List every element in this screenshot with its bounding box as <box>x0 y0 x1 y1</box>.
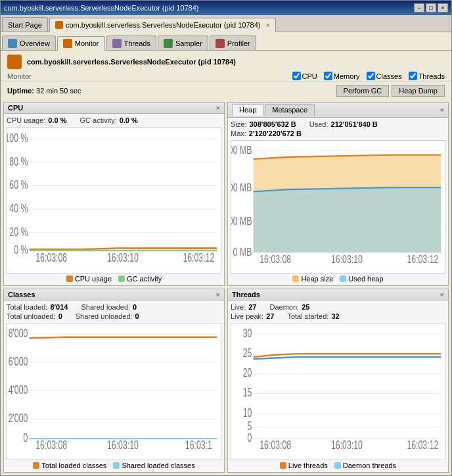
classes-legend-total-label: Total loaded classes <box>41 462 106 469</box>
cpu-panel-body: CPU usage: 0.0 % GC activity: 0.0 % <box>4 114 224 285</box>
cb-cpu[interactable]: CPU <box>292 72 317 80</box>
minimize-button[interactable]: − <box>414 3 424 12</box>
threads-icon <box>112 39 122 48</box>
svg-text:25: 25 <box>243 346 252 360</box>
heap-legend: Heap size Used heap <box>231 274 445 283</box>
classes-stats-2: Total unloaded: 0 Shared unloaded: 0 <box>7 312 221 320</box>
tab-monitor[interactable]: Monitor <box>57 36 105 51</box>
close-button[interactable]: × <box>438 3 448 12</box>
cb-cpu-label: CPU <box>302 72 317 80</box>
shared-loaded-stat: Shared loaded: 0 <box>81 303 137 311</box>
uptime-row: Uptime: 32 min 50 sec Perform GC Heap Du… <box>1 82 451 99</box>
heap-size-dot <box>292 275 299 282</box>
cpu-usage-value: 0.0 % <box>48 116 66 124</box>
shared-unloaded-value: 0 <box>135 312 139 320</box>
cb-memory-input[interactable] <box>324 72 332 80</box>
svg-text:8'000: 8'000 <box>9 327 28 340</box>
heap-used-label: Used: <box>309 120 328 128</box>
gc-activity-stat: GC activity: 0.0 % <box>79 116 137 124</box>
classes-legend-shared-label: Shared loaded classes <box>122 462 194 469</box>
heap-panel-close[interactable]: × <box>440 106 444 114</box>
overview-icon <box>8 39 17 48</box>
cb-classes-input[interactable] <box>367 72 375 80</box>
live-label: Live: <box>231 303 246 311</box>
cpu-usage-stat: CPU usage: 0.0 % <box>7 116 66 124</box>
svg-text:16:03:10: 16:03:10 <box>107 439 139 452</box>
cpu-legend-gc: GC activity <box>118 275 162 283</box>
cb-threads[interactable]: Threads <box>409 72 445 80</box>
heap-dump-button[interactable]: Heap Dump <box>392 85 445 97</box>
svg-text:16:03:10: 16:03:10 <box>331 253 363 265</box>
monitor-icon <box>63 39 72 48</box>
cb-memory[interactable]: Memory <box>324 72 360 80</box>
tab-close-icon[interactable]: × <box>266 21 270 29</box>
total-loaded-stat: Total loaded: 8'014 <box>7 303 68 311</box>
cpu-panel: CPU × CPU usage: 0.0 % GC activity: 0.0 … <box>3 102 225 286</box>
cb-cpu-input[interactable] <box>292 72 301 80</box>
total-unloaded-label: Total unloaded: <box>7 312 56 320</box>
tab-start-page-label: Start Page <box>8 21 42 29</box>
uptime-label: Uptime: <box>7 87 34 95</box>
heap-size-value: 308'805'632 B <box>249 120 296 128</box>
svg-text:30: 30 <box>243 327 252 340</box>
shared-classes-dot <box>113 462 120 469</box>
maximize-button[interactable]: □ <box>426 3 436 12</box>
live-peak-value: 27 <box>266 312 274 320</box>
title-bar: com.byoskill.serverless.ServerlessNodeEx… <box>1 1 451 15</box>
heap-tab-heap[interactable]: Heap <box>232 104 263 116</box>
cpu-usage-dot <box>66 275 73 282</box>
heap-used-value: 212'051'840 B <box>331 120 378 128</box>
svg-marker-24 <box>254 187 441 252</box>
app-title-text: com.byoskill.serverless.ServerlessNodeEx… <box>27 58 236 66</box>
tab-profiler[interactable]: Profiler <box>210 36 256 50</box>
classes-legend: Total loaded classes Shared loaded class… <box>7 460 221 469</box>
cb-threads-input[interactable] <box>409 72 417 80</box>
threads-panel-body: Live: 27 Daemon: 25 Live peak: 27 <box>228 300 448 472</box>
svg-text:15: 15 <box>243 386 252 399</box>
cb-memory-label: Memory <box>334 72 360 80</box>
perform-gc-button[interactable]: Perform GC <box>336 85 390 97</box>
panels-grid: CPU × CPU usage: 0.0 % GC activity: 0.0 … <box>1 99 451 475</box>
cpu-legend-gc-label: GC activity <box>127 275 162 283</box>
tab-main[interactable]: com.byoskill.serverless.ServerlessNodeEx… <box>49 18 276 32</box>
classes-panel-close[interactable]: × <box>216 291 220 298</box>
heap-legend-used-label: Used heap <box>348 275 383 283</box>
daemon-threads-dot <box>334 462 341 469</box>
cpu-panel-close[interactable]: × <box>216 104 220 112</box>
cb-classes[interactable]: Classes <box>367 72 402 80</box>
live-peak-stat: Live peak: 27 <box>231 312 274 320</box>
daemon-label: Daemon: <box>270 303 300 311</box>
monitor-checkboxes: CPU Memory Classes Threads <box>292 72 445 80</box>
monitor-bar: Monitor CPU Memory Classes Threads <box>1 70 451 82</box>
tab-start-page[interactable]: Start Page <box>2 17 48 32</box>
shared-unloaded-label: Shared unloaded: <box>76 312 133 320</box>
svg-text:16:03:08: 16:03:08 <box>260 253 291 265</box>
total-loaded-value: 8'014 <box>50 303 68 311</box>
heap-tab-bar: Heap Metaspace <box>232 104 316 116</box>
tab-main-icon <box>55 21 63 29</box>
main-window: com.byoskill.serverless.ServerlessNodeEx… <box>0 0 452 476</box>
cpu-chart: 100 % 80 % 60 % 40 % 20 % 0 % 16:03:08 <box>7 127 221 274</box>
svg-text:16:03:1: 16:03:1 <box>185 439 212 452</box>
tab-threads[interactable]: Threads <box>106 36 156 50</box>
threads-panel-close[interactable]: × <box>440 291 444 298</box>
heap-legend-used: Used heap <box>340 275 383 283</box>
heap-size-label: Size: <box>231 120 246 128</box>
tab-sampler[interactable]: Sampler <box>158 36 208 50</box>
cpu-panel-title: CPU <box>8 104 23 112</box>
svg-text:4'000: 4'000 <box>9 383 28 396</box>
profiler-icon <box>215 39 225 48</box>
heap-tab-metaspace[interactable]: Metaspace <box>265 104 315 116</box>
classes-legend-shared: Shared loaded classes <box>113 462 194 469</box>
tab-overview[interactable]: Overview <box>2 36 56 50</box>
classes-chart: 8'000 6'000 4'000 2'000 0 16:03:08 16:03… <box>7 323 221 460</box>
total-started-stat: Total started: 32 <box>287 312 339 320</box>
svg-text:40 %: 40 % <box>9 202 28 215</box>
svg-text:100 MB: 100 MB <box>231 215 252 227</box>
svg-text:16:03:12: 16:03:12 <box>183 250 214 264</box>
total-started-label: Total started: <box>287 312 328 320</box>
live-stat: Live: 27 <box>231 303 257 311</box>
classes-panel-title: Classes <box>8 291 35 298</box>
uptime-value: 32 min 50 sec <box>36 87 81 95</box>
cb-classes-label: Classes <box>376 72 402 80</box>
